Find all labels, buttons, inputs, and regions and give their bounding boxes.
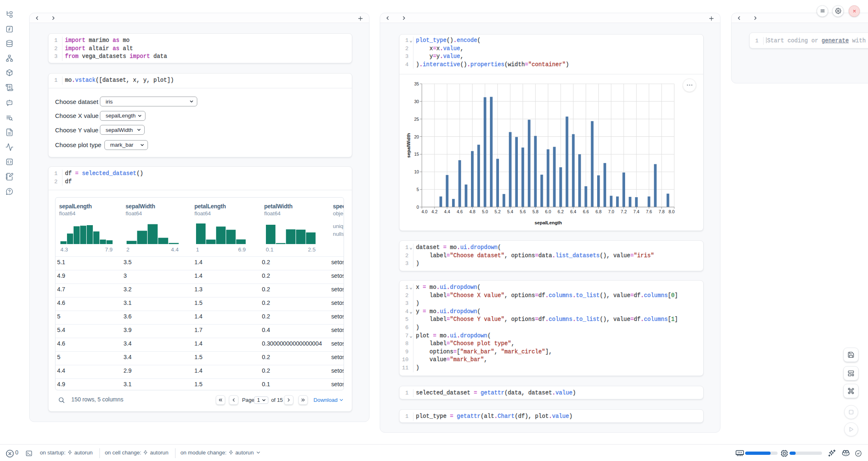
svg-text:6.2: 6.2: [558, 209, 564, 214]
svg-text:5: 5: [417, 187, 419, 192]
svg-text:15: 15: [414, 152, 419, 157]
svg-text:6.0: 6.0: [545, 209, 551, 214]
svg-text:sepalLength: sepalLength: [535, 220, 562, 225]
svg-text:5.2: 5.2: [494, 209, 501, 214]
svg-text:sepalWidth: sepalWidth: [406, 133, 411, 157]
svg-text:4.6: 4.6: [457, 209, 463, 214]
svg-text:4.0: 4.0: [422, 209, 428, 214]
svg-text:7.0: 7.0: [608, 209, 614, 214]
svg-text:5.4: 5.4: [507, 209, 513, 214]
svg-text:4.2: 4.2: [432, 209, 438, 214]
svg-text:30: 30: [414, 99, 419, 104]
svg-text:7.2: 7.2: [621, 209, 627, 214]
svg-text:4.8: 4.8: [469, 209, 476, 214]
svg-text:25: 25: [414, 116, 419, 121]
svg-text:6.4: 6.4: [570, 209, 577, 214]
svg-text:6.6: 6.6: [583, 209, 589, 214]
svg-text:10: 10: [414, 169, 419, 174]
svg-text:4.4: 4.4: [444, 209, 450, 214]
svg-text:7.8: 7.8: [658, 209, 665, 214]
svg-text:7.4: 7.4: [633, 209, 639, 214]
svg-text:5.0: 5.0: [482, 209, 488, 214]
svg-text:5.6: 5.6: [520, 209, 526, 214]
svg-text:7.6: 7.6: [646, 209, 652, 214]
svg-text:8.0: 8.0: [669, 209, 675, 214]
svg-text:20: 20: [414, 134, 419, 139]
svg-text:6.8: 6.8: [596, 209, 602, 214]
svg-text:0: 0: [417, 204, 419, 209]
svg-text:35: 35: [414, 81, 419, 86]
svg-text:5.8: 5.8: [532, 209, 538, 214]
